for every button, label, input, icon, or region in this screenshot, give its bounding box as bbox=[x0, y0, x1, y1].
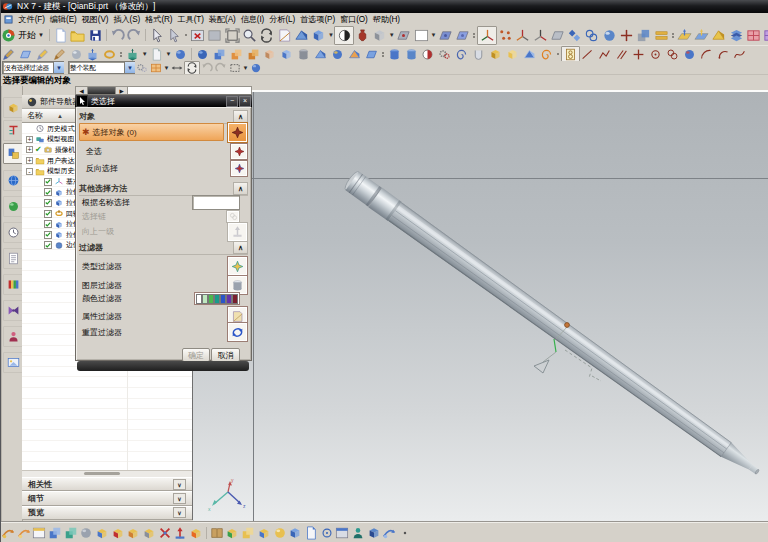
marquee-button[interactable] bbox=[228, 62, 242, 74]
plane-equals-button[interactable] bbox=[652, 27, 669, 44]
tree-checkbox[interactable] bbox=[44, 199, 52, 207]
dialog-group-header[interactable]: 其他选择方法 ∧ bbox=[79, 182, 248, 196]
undo-button[interactable] bbox=[109, 27, 126, 44]
swap-arrows-button[interactable] bbox=[170, 62, 184, 74]
pan-view-button[interactable] bbox=[276, 27, 293, 44]
subtract-button[interactable] bbox=[228, 47, 245, 61]
close-window-button[interactable] bbox=[189, 27, 206, 44]
shaded-ball-button[interactable] bbox=[249, 62, 263, 74]
datum-axis-button[interactable] bbox=[514, 27, 531, 44]
dialog-rail-scrollbar[interactable]: ◀ ▶ bbox=[75, 86, 252, 95]
thread-button[interactable] bbox=[295, 47, 312, 61]
snap-ball-button[interactable] bbox=[681, 47, 698, 61]
explode-x-button[interactable] bbox=[157, 525, 173, 541]
face-shade-button[interactable] bbox=[395, 27, 412, 44]
palette-button[interactable] bbox=[3, 274, 23, 295]
group-collapse-icon[interactable]: ∧ bbox=[233, 241, 248, 254]
instance-gears-button[interactable] bbox=[436, 47, 453, 61]
studio-spline-button[interactable] bbox=[732, 47, 749, 61]
move-rotate-2-button[interactable] bbox=[454, 27, 471, 44]
sphere-pair-button[interactable] bbox=[272, 525, 288, 541]
arc-2-button[interactable] bbox=[715, 47, 732, 61]
tree-checkbox[interactable] bbox=[44, 241, 52, 249]
snap-grid-button[interactable] bbox=[149, 62, 163, 74]
sync-move-face-button[interactable] bbox=[676, 27, 693, 44]
sync-pull-face-button[interactable] bbox=[693, 27, 710, 44]
shaded-edges-button[interactable] bbox=[310, 27, 327, 44]
zoom-button[interactable] bbox=[241, 27, 258, 44]
navigator-section-2[interactable]: 细节 ∨ bbox=[22, 491, 192, 505]
section-expand-icon[interactable]: ∨ bbox=[173, 479, 186, 490]
assy-arrow-1-button[interactable] bbox=[0, 525, 16, 541]
dialog-group-header[interactable]: 过滤器 ∧ bbox=[79, 241, 248, 255]
redo-button[interactable] bbox=[126, 27, 143, 44]
sketch-button[interactable] bbox=[0, 47, 17, 61]
sketch-curve-button[interactable] bbox=[51, 47, 68, 61]
line-button[interactable] bbox=[580, 47, 597, 61]
add-component-button[interactable] bbox=[63, 525, 79, 541]
scene-bow-button[interactable] bbox=[3, 300, 23, 321]
tree-horizontal-scrollbar[interactable] bbox=[22, 470, 192, 477]
face-analysis-button[interactable] bbox=[334, 26, 353, 45]
wave-link-button[interactable] bbox=[225, 525, 241, 541]
menu-item-3[interactable]: 视图(V) bbox=[79, 14, 111, 25]
menu-item-1[interactable]: 文件(F) bbox=[16, 14, 47, 25]
menu-item-7[interactable]: 装配(A) bbox=[206, 14, 238, 25]
invert-selection-button[interactable] bbox=[230, 160, 248, 177]
intersect-button[interactable] bbox=[245, 47, 262, 61]
constraint-navigator-button[interactable] bbox=[3, 120, 23, 141]
select-tool-button[interactable] bbox=[148, 27, 165, 44]
two-blocks-button[interactable] bbox=[240, 525, 256, 541]
gray-sheet-button[interactable] bbox=[549, 27, 566, 44]
find-component-button[interactable] bbox=[31, 525, 47, 541]
swirl-tool-button[interactable] bbox=[68, 47, 85, 61]
select-object-row[interactable]: ✱ 选择对象 (0) bbox=[79, 123, 248, 141]
extrude-drop-button[interactable] bbox=[84, 47, 101, 61]
point-plus-button[interactable] bbox=[630, 47, 647, 61]
more-overflow-button[interactable] bbox=[397, 525, 413, 541]
nav-arrow-button[interactable] bbox=[382, 525, 398, 541]
marquee-caret-icon[interactable]: ▼ bbox=[242, 65, 249, 71]
rail-scroll-thumb[interactable] bbox=[88, 87, 116, 94]
studio-render-button[interactable] bbox=[354, 27, 371, 44]
navigator-section-3[interactable]: 预览 ∨ bbox=[22, 506, 192, 520]
tree-checkbox[interactable] bbox=[44, 210, 52, 218]
color-filter-button[interactable] bbox=[194, 292, 240, 305]
add-existing-button[interactable] bbox=[110, 525, 126, 541]
unite-button[interactable] bbox=[211, 47, 228, 61]
cross-axes-button[interactable] bbox=[618, 27, 635, 44]
revolve-gold-button[interactable] bbox=[101, 47, 118, 61]
scale-body-button[interactable] bbox=[538, 47, 555, 61]
system-materials-button[interactable] bbox=[3, 248, 23, 269]
invert-selection-row[interactable]: 反向选择 bbox=[79, 161, 248, 176]
select-object-button[interactable] bbox=[227, 122, 248, 143]
offset-face-button[interactable] bbox=[521, 47, 538, 61]
group-collapse-icon[interactable]: ∧ bbox=[233, 182, 248, 195]
shaded-wedge-button[interactable] bbox=[293, 27, 310, 44]
circle-dot-button[interactable] bbox=[647, 47, 664, 61]
tree-checkbox[interactable] bbox=[44, 188, 52, 196]
select-by-name-input[interactable] bbox=[192, 195, 240, 210]
detail-face-button[interactable] bbox=[762, 27, 768, 44]
assy-arrow-2-button[interactable] bbox=[16, 525, 32, 541]
diamond-pair-button[interactable] bbox=[566, 27, 583, 44]
block-button[interactable] bbox=[148, 47, 165, 61]
trim-body-button[interactable] bbox=[487, 47, 504, 61]
reuse-library-button[interactable] bbox=[3, 196, 23, 217]
tree-checkbox[interactable] bbox=[44, 220, 52, 228]
extrude-button[interactable] bbox=[124, 47, 141, 61]
sync-stack-button[interactable] bbox=[728, 27, 745, 44]
tree-checkbox[interactable] bbox=[44, 231, 52, 239]
menu-item-8[interactable]: 信息(I) bbox=[238, 14, 267, 25]
menu-item-6[interactable]: 工具(T) bbox=[175, 14, 206, 25]
open-component-button[interactable] bbox=[47, 525, 63, 541]
open-button[interactable] bbox=[69, 27, 86, 44]
tree-scroll-thumb[interactable] bbox=[84, 472, 120, 475]
select-all-button[interactable] bbox=[230, 143, 248, 160]
rotate-view-button[interactable] bbox=[258, 27, 275, 44]
tree-checkbox[interactable] bbox=[44, 178, 52, 186]
point-set-button[interactable] bbox=[497, 27, 514, 44]
fit-view-button[interactable] bbox=[224, 27, 241, 44]
circle-pair-button[interactable] bbox=[583, 27, 600, 44]
shaded-edges-caret-icon[interactable]: ▼ bbox=[327, 32, 334, 38]
